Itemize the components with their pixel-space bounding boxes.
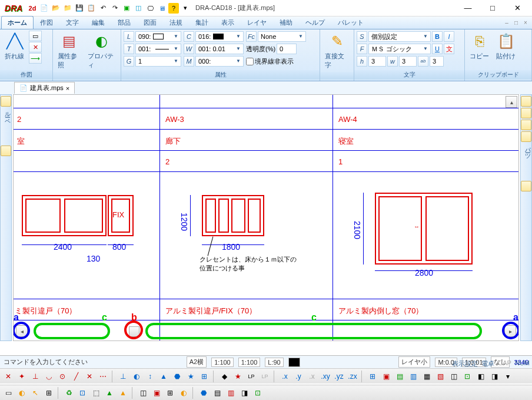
tb1-b6[interactable]: ╱ [70,371,82,382]
tb1-b15[interactable]: ⊞ [198,371,210,382]
tb2-b9[interactable]: ▲ [117,387,129,399]
tb2-b15[interactable]: ▤ [211,387,223,399]
M-val[interactable]: 000:▼ [195,56,244,67]
tb1-b16[interactable]: ◆ [218,371,230,382]
left-palette-strip[interactable]: ルーペ [0,94,12,341]
tb1-xy[interactable]: .xy [320,371,331,382]
tab-legal[interactable]: 法規 [163,16,189,29]
qat-print-icon[interactable]: 📋 [86,3,97,14]
draw-sm1[interactable]: ▭ [29,31,42,41]
tb1-x[interactable]: .x [279,371,291,382]
polyline-button[interactable]: ╱╲ 折れ線 [2,31,26,62]
border-hide-checkbox[interactable] [246,58,254,65]
right-tab-label[interactable]: パーツ [523,143,531,156]
tb2-b6[interactable]: ⊡ [77,387,88,399]
tb2-b1[interactable]: ▭ [2,387,14,399]
tb1-b14[interactable]: ★ [185,371,197,382]
drawing-canvas[interactable]: 2 AW-3 AW-4 室 廊下 寝室 2 1 FIX 2400 800 130… [14,95,518,341]
qat-scr-icon[interactable]: 🖥 [157,3,167,14]
tb1-b13[interactable]: ⬣ [171,371,183,382]
tab-draw[interactable]: 作図 [34,16,59,29]
close-button[interactable]: ✕ [507,2,527,15]
tb1-b8[interactable]: ⋯ [97,371,109,382]
tb2-b7[interactable]: ⬚ [90,387,102,399]
mdi-close-icon[interactable]: × [521,19,530,28]
left-pal-2[interactable] [1,146,11,156]
h-val[interactable]: 3 [368,56,386,67]
C-val[interactable]: 016:▼ [195,31,244,42]
tb1-b18[interactable]: LP [245,371,257,382]
tb1-c4[interactable]: ▥ [407,371,419,382]
tb2-b2[interactable]: ◐ [16,387,28,399]
tb2-b12[interactable]: ⊞ [164,387,176,399]
tb1-c7[interactable]: ◫ [448,371,460,382]
tb1-y[interactable]: .y [292,371,304,382]
tb1-b1[interactable]: ✕ [2,371,14,382]
tb1-zx[interactable]: .zx [347,371,358,382]
qat-win-icon[interactable]: 🖵 [145,3,155,14]
tab-layer[interactable]: レイヤ [241,16,273,29]
qat-redo-icon[interactable]: ↷ [109,3,120,14]
right-pal-2[interactable] [521,108,531,118]
right-palette-strip[interactable]: パーツ [520,94,532,341]
tb1-b9[interactable]: ⊥ [117,371,129,382]
mdi-min-icon[interactable]: – [503,19,511,28]
tb1-c9[interactable]: ◧ [475,371,487,382]
tb1-b10[interactable]: ◐ [131,371,142,382]
status-layer[interactable]: レイヤ小 [398,356,430,368]
qat-help-icon[interactable]: ? [168,3,179,14]
tb2-b18[interactable]: ⊡ [252,387,264,399]
tab-view[interactable]: 表示 [215,16,241,29]
doc-close-icon[interactable]: × [66,85,69,92]
tab-palette[interactable]: パレット [331,16,370,29]
tb1-b3[interactable]: ⊥ [29,371,41,382]
tb2-b13[interactable]: ◐ [178,387,189,399]
tb1-c1[interactable]: ⊞ [367,371,378,382]
status-calc[interactable]: 電卓 [481,359,494,368]
attr-ref-button[interactable]: ▤ 属性参照 [55,31,83,71]
underline-btn[interactable]: U [432,44,443,54]
tab-text[interactable]: 文字 [59,16,85,29]
qat-open-icon[interactable]: 📂 [51,3,61,14]
status-paper[interactable]: A2横 [187,356,207,368]
direct-text-button[interactable]: ✎ 直接文字 [322,31,351,71]
qat-new-icon[interactable]: 📄 [39,3,49,14]
tb2-b14[interactable]: ⬣ [198,387,210,399]
tab-aux[interactable]: 補助 [273,16,299,29]
W-val[interactable]: 001: 0.01▼ [195,44,244,54]
status-s1[interactable]: 1:100 [211,358,234,367]
tb2-b16[interactable]: ▥ [225,387,237,399]
qat-open2-icon[interactable]: 📁 [62,3,73,14]
tab-drawing[interactable]: 図面 [137,16,163,29]
r-val[interactable]: 3 [430,56,444,67]
properties-button[interactable]: ◐ プロパティ [85,31,118,71]
F-val[interactable]: ＭＳ ゴシック▼ [368,44,431,54]
document-tab[interactable]: 📄 建具表.mps × [14,82,75,94]
S-val[interactable]: 個別設定▼ [368,31,431,42]
tb1-b5[interactable]: ⊙ [56,371,68,382]
tb1-b4[interactable]: ◡ [43,371,55,382]
tb1-b11[interactable]: ↕ [144,371,156,382]
maximize-button[interactable]: □ [483,2,503,15]
tab-calc[interactable]: 集計 [189,16,215,29]
tb1-c10[interactable]: ◨ [488,371,500,382]
draw-sm2[interactable]: ✕ [29,42,42,52]
tb2-b3[interactable]: ↖ [29,387,41,399]
tb1-yz[interactable]: .yz [333,371,345,382]
bold-btn[interactable]: B [432,31,443,42]
status-ang[interactable]: L:90 [265,358,283,367]
status-color[interactable] [288,358,300,367]
tb1-c11[interactable]: ▾ [502,371,514,382]
draw-sm3[interactable]: ⟶ [29,53,42,64]
tb1-b19[interactable]: LP [259,371,271,382]
tb2-b5[interactable]: ♻ [63,387,75,399]
tb1-b17[interactable]: ★ [232,371,244,382]
right-pal-5[interactable] [521,181,531,191]
L-val[interactable]: 090:▼ [135,31,181,42]
italic-btn[interactable]: I [444,31,454,42]
tb1-c2[interactable]: ▣ [380,371,392,382]
tab-parts[interactable]: 部品 [111,16,137,29]
w-val[interactable]: 3 [399,56,417,67]
copy-button[interactable]: ⎘ コピー [467,31,491,62]
G-val[interactable]: 1▼ [135,56,181,67]
